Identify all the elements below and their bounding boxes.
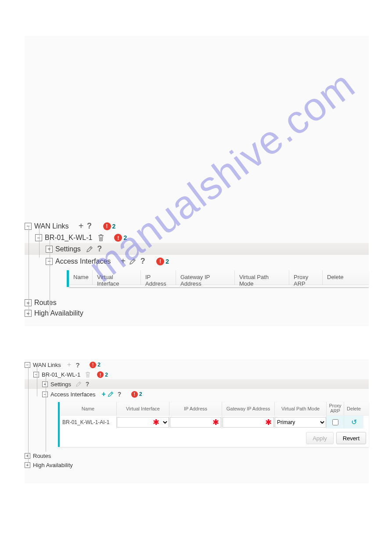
alert-icon: ! bbox=[90, 362, 96, 368]
collapse-toggle[interactable]: − bbox=[46, 258, 53, 265]
add-icon[interactable]: + bbox=[102, 390, 106, 398]
tree-label: Settings bbox=[50, 381, 71, 388]
add-icon[interactable]: + bbox=[119, 256, 127, 266]
tree-vline bbox=[50, 240, 50, 313]
th-parp: Proxy ARP bbox=[289, 270, 323, 285]
th-vpm: Virtual Path Mode bbox=[275, 402, 327, 415]
table-row: BR-01_K-WL-1-AI-1 ✱ ✱ ✱ Primary bbox=[60, 415, 369, 428]
tree-label: BR-01_K-WL-1 bbox=[45, 234, 92, 242]
help-icon[interactable]: ? bbox=[115, 391, 123, 398]
alert-badge[interactable]: ! 2 bbox=[114, 234, 127, 242]
pencil-icon[interactable] bbox=[76, 381, 82, 387]
tree-vline bbox=[46, 377, 46, 452]
ip-input[interactable] bbox=[170, 417, 221, 428]
help-icon[interactable]: ? bbox=[139, 257, 147, 266]
tree-row-wan-link-item: − BR-01_K-WL-1 ! 2 bbox=[25, 232, 369, 243]
revert-button[interactable]: Revert bbox=[336, 432, 366, 444]
table-header-row: Name Virtual Interface IP Address Gatewa… bbox=[69, 270, 369, 285]
collapse-toggle[interactable]: − bbox=[25, 362, 30, 368]
tree-vline bbox=[39, 226, 40, 258]
tree-vline bbox=[28, 366, 29, 463]
alert-count: 2 bbox=[97, 362, 101, 368]
cell-vif: ✱ bbox=[117, 416, 169, 428]
alert-badge[interactable]: ! 2 bbox=[131, 391, 142, 398]
tree-label: Routes bbox=[33, 453, 51, 459]
tree-row-access-interfaces: − Access Interfaces + ? ! 2 bbox=[25, 389, 369, 399]
th-delete: Delete bbox=[344, 402, 363, 415]
trash-icon[interactable] bbox=[97, 234, 104, 242]
expand-toggle[interactable]: + bbox=[46, 246, 53, 253]
th-gw: Gateway IP Address bbox=[222, 402, 275, 415]
th-gw: Gateway IP Address bbox=[176, 270, 235, 285]
table-header-row: Name Virtual Interface IP Address Gatewa… bbox=[60, 402, 369, 415]
tree-label: High Availability bbox=[34, 309, 83, 317]
pencil-icon[interactable] bbox=[108, 391, 114, 397]
alert-badge[interactable]: ! 2 bbox=[156, 258, 169, 265]
table-actions: Apply Revert bbox=[60, 428, 369, 447]
alert-count: 2 bbox=[112, 223, 116, 230]
expand-toggle[interactable]: + bbox=[42, 381, 48, 387]
collapse-toggle[interactable]: − bbox=[42, 392, 48, 397]
tree-vline bbox=[37, 366, 37, 396]
tree-row-high-availability: + High Availability bbox=[25, 308, 369, 319]
alert-badge[interactable]: ! 2 bbox=[103, 222, 116, 230]
alert-badge[interactable]: ! 2 bbox=[90, 362, 101, 368]
config-panel-2: − WAN Links + ? ! 2 − BR-01_K-WL-1 ! 2 +… bbox=[25, 359, 369, 483]
expand-toggle[interactable]: + bbox=[25, 453, 30, 459]
th-vif: Virtual Interface bbox=[117, 402, 169, 415]
help-icon[interactable]: ? bbox=[86, 221, 94, 231]
alert-count: 2 bbox=[123, 234, 127, 241]
add-icon[interactable]: + bbox=[67, 361, 71, 369]
alert-icon: ! bbox=[131, 391, 138, 398]
tree-row-access-interfaces: − Access Interfaces + ? ! 2 bbox=[25, 255, 369, 268]
help-icon[interactable]: ? bbox=[74, 361, 82, 369]
tree-label: Routes bbox=[34, 299, 57, 307]
tree-row-settings: + Settings ? bbox=[25, 379, 369, 389]
trash-icon[interactable] bbox=[85, 371, 91, 378]
tree-label: High Availability bbox=[33, 462, 73, 468]
cell-name: BR-01_K-WL-1-AI-1 bbox=[60, 416, 117, 428]
pencil-icon[interactable] bbox=[129, 258, 136, 265]
cell-gw: ✱ bbox=[222, 416, 275, 428]
alert-icon: ! bbox=[103, 222, 111, 230]
help-icon[interactable]: ? bbox=[83, 381, 91, 388]
help-icon[interactable]: ? bbox=[96, 244, 104, 254]
proxy-arp-checkbox[interactable] bbox=[332, 419, 338, 425]
cell-vpm: Primary bbox=[275, 416, 327, 428]
tree-row-wan-links: − WAN Links + ? ! 2 bbox=[25, 220, 369, 232]
vif-select[interactable] bbox=[117, 417, 169, 428]
pencil-icon[interactable] bbox=[86, 246, 93, 253]
collapse-toggle[interactable]: − bbox=[25, 223, 32, 230]
alert-count: 2 bbox=[105, 372, 108, 378]
expand-toggle[interactable]: + bbox=[25, 310, 32, 317]
th-delete: Delete bbox=[323, 270, 346, 285]
tree-row-wan-link-item: − BR-01_K-WL-1 ! 2 bbox=[25, 370, 369, 379]
collapse-toggle[interactable]: − bbox=[33, 372, 39, 377]
add-icon[interactable]: + bbox=[77, 221, 86, 231]
apply-button[interactable]: Apply bbox=[306, 432, 334, 444]
tree-vline bbox=[29, 226, 29, 316]
th-ip: IP Address bbox=[169, 402, 222, 415]
alert-icon: ! bbox=[97, 371, 104, 378]
tree-label: Access Interfaces bbox=[55, 258, 111, 265]
tree-label: Access Interfaces bbox=[50, 391, 96, 398]
vpm-select[interactable]: Primary bbox=[275, 417, 326, 428]
th-vif: Virtual Interface bbox=[93, 270, 141, 285]
cell-parp bbox=[327, 416, 344, 428]
alert-count: 2 bbox=[139, 391, 142, 397]
tree-label: Settings bbox=[55, 245, 81, 253]
gateway-input[interactable] bbox=[223, 417, 274, 428]
cell-delete: ↺ bbox=[344, 416, 363, 428]
tree-row-wan-links: − WAN Links + ? ! 2 bbox=[25, 359, 369, 370]
expand-toggle[interactable]: + bbox=[25, 462, 30, 468]
alert-badge[interactable]: ! 2 bbox=[97, 371, 108, 378]
tree-label: BR-01_K-WL-1 bbox=[42, 371, 80, 378]
config-panel-1: − WAN Links + ? ! 2 − BR-01_K-WL-1 ! 2 +… bbox=[25, 36, 369, 326]
collapse-toggle[interactable]: − bbox=[35, 234, 42, 241]
th-name: Name bbox=[69, 270, 93, 285]
expand-toggle[interactable]: + bbox=[25, 299, 32, 306]
access-interfaces-table: Name Virtual Interface IP Address Gatewa… bbox=[58, 402, 369, 447]
alert-count: 2 bbox=[165, 258, 169, 265]
alert-icon: ! bbox=[156, 258, 164, 265]
undo-icon[interactable]: ↺ bbox=[351, 418, 357, 426]
